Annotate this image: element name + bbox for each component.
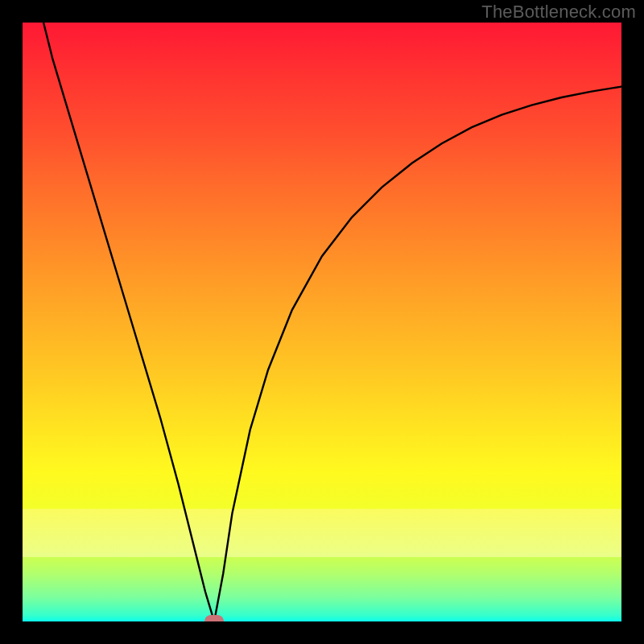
chart-container: TheBottleneck.com: [0, 0, 644, 644]
chart-plot-area: [23, 23, 621, 621]
watermark-text: TheBottleneck.com: [481, 2, 636, 23]
minimum-marker: [204, 615, 224, 621]
bottleneck-curve: [23, 23, 621, 621]
